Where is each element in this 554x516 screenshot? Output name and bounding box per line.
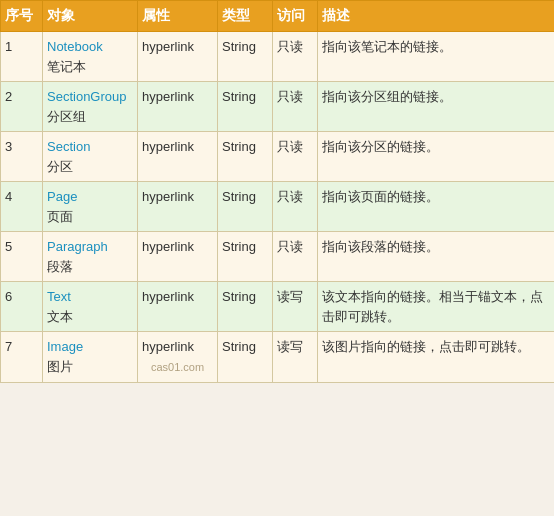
cell-desc: 该文本指向的链接。相当于锚文本，点击即可跳转。 bbox=[318, 282, 555, 332]
cell-attr: hyperlink bbox=[138, 82, 218, 132]
table-row: 7Image图片hyperlinkcas01.comString读写该图片指向的… bbox=[1, 332, 555, 383]
cell-desc: 指向该分区组的链接。 bbox=[318, 82, 555, 132]
cell-access: 只读 bbox=[273, 182, 318, 232]
cell-num: 6 bbox=[1, 282, 43, 332]
table-row: 4Page页面hyperlinkString只读指向该页面的链接。 bbox=[1, 182, 555, 232]
cell-access: 只读 bbox=[273, 32, 318, 82]
cell-num: 7 bbox=[1, 332, 43, 383]
cell-desc: 该图片指向的链接，点击即可跳转。 bbox=[318, 332, 555, 383]
cell-object: Notebook笔记本 bbox=[43, 32, 138, 82]
cell-access: 只读 bbox=[273, 132, 318, 182]
cell-access: 只读 bbox=[273, 82, 318, 132]
cell-num: 1 bbox=[1, 32, 43, 82]
object-name-cn: 段落 bbox=[47, 257, 133, 277]
header-desc: 描述 bbox=[318, 1, 555, 32]
object-name-en: Paragraph bbox=[47, 237, 133, 257]
object-name-en: Image bbox=[47, 337, 133, 357]
header-access: 访问 bbox=[273, 1, 318, 32]
object-name-cn: 图片 bbox=[47, 357, 133, 377]
table-row: 5Paragraph段落hyperlinkString只读指向该段落的链接。 bbox=[1, 232, 555, 282]
table-container: 序号 对象 属性 类型 访问 描述 1Notebook笔记本hyperlinkS… bbox=[0, 0, 554, 383]
cell-object: SectionGroup分区组 bbox=[43, 82, 138, 132]
table-row: 6Text文本hyperlinkString读写该文本指向的链接。相当于锚文本，… bbox=[1, 282, 555, 332]
cell-attr: hyperlinkcas01.com bbox=[138, 332, 218, 383]
cell-attr: hyperlink bbox=[138, 32, 218, 82]
cell-type: String bbox=[218, 282, 273, 332]
cell-object: Paragraph段落 bbox=[43, 232, 138, 282]
cell-object: Image图片 bbox=[43, 332, 138, 383]
cell-type: String bbox=[218, 232, 273, 282]
cell-desc: 指向该笔记本的链接。 bbox=[318, 32, 555, 82]
cell-access: 只读 bbox=[273, 232, 318, 282]
cell-type: String bbox=[218, 182, 273, 232]
cell-desc: 指向该段落的链接。 bbox=[318, 232, 555, 282]
object-name-en: Text bbox=[47, 287, 133, 307]
object-name-cn: 文本 bbox=[47, 307, 133, 327]
header-obj: 对象 bbox=[43, 1, 138, 32]
cell-num: 2 bbox=[1, 82, 43, 132]
object-name-en: SectionGroup bbox=[47, 87, 133, 107]
table-header-row: 序号 对象 属性 类型 访问 描述 bbox=[1, 1, 555, 32]
object-name-cn: 笔记本 bbox=[47, 57, 133, 77]
object-name-en: Section bbox=[47, 137, 133, 157]
cell-object: Text文本 bbox=[43, 282, 138, 332]
cell-type: String bbox=[218, 132, 273, 182]
cell-num: 3 bbox=[1, 132, 43, 182]
cell-type: String bbox=[218, 332, 273, 383]
cell-desc: 指向该分区的链接。 bbox=[318, 132, 555, 182]
object-name-cn: 分区 bbox=[47, 157, 133, 177]
table-row: 1Notebook笔记本hyperlinkString只读指向该笔记本的链接。 bbox=[1, 32, 555, 82]
header-num: 序号 bbox=[1, 1, 43, 32]
object-name-cn: 分区组 bbox=[47, 107, 133, 127]
data-table: 序号 对象 属性 类型 访问 描述 1Notebook笔记本hyperlinkS… bbox=[0, 0, 554, 383]
cell-type: String bbox=[218, 82, 273, 132]
cell-attr: hyperlink bbox=[138, 132, 218, 182]
cell-attr: hyperlink bbox=[138, 282, 218, 332]
header-type: 类型 bbox=[218, 1, 273, 32]
cell-type: String bbox=[218, 32, 273, 82]
header-attr: 属性 bbox=[138, 1, 218, 32]
cell-attr: hyperlink bbox=[138, 182, 218, 232]
cell-access: 读写 bbox=[273, 282, 318, 332]
object-name-en: Page bbox=[47, 187, 133, 207]
cell-desc: 指向该页面的链接。 bbox=[318, 182, 555, 232]
cell-access: 读写 bbox=[273, 332, 318, 383]
cell-num: 4 bbox=[1, 182, 43, 232]
object-name-cn: 页面 bbox=[47, 207, 133, 227]
table-row: 2SectionGroup分区组hyperlinkString只读指向该分区组的… bbox=[1, 82, 555, 132]
cell-num: 5 bbox=[1, 232, 43, 282]
cell-attr: hyperlink bbox=[138, 232, 218, 282]
object-name-en: Notebook bbox=[47, 37, 133, 57]
cell-object: Section分区 bbox=[43, 132, 138, 182]
table-row: 3Section分区hyperlinkString只读指向该分区的链接。 bbox=[1, 132, 555, 182]
cell-object: Page页面 bbox=[43, 182, 138, 232]
